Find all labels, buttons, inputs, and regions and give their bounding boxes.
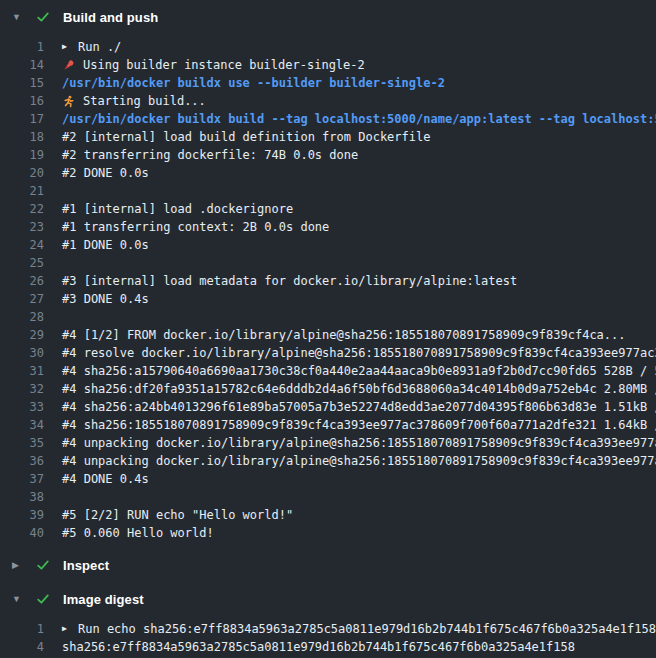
play-icon[interactable]: ▶ — [62, 620, 71, 638]
log-line: 38 — [0, 488, 656, 506]
line-number[interactable]: 30 — [0, 344, 44, 362]
log-line: 19#2 transferring dockerfile: 74B 0.0s d… — [0, 146, 656, 164]
line-number[interactable]: 31 — [0, 362, 44, 380]
line-number[interactable]: 1 — [0, 38, 44, 56]
step-title: Image digest — [63, 592, 144, 607]
line-number[interactable]: 21 — [0, 182, 44, 200]
line-number[interactable]: 33 — [0, 398, 44, 416]
line-number[interactable]: 1 — [0, 620, 44, 638]
chevron-down-icon[interactable]: ▼ — [12, 7, 22, 27]
log-line: 24#1 DONE 0.0s — [0, 236, 656, 254]
line-number[interactable]: 22 — [0, 200, 44, 218]
line-number[interactable]: 16 — [0, 92, 44, 110]
line-text: Run echo sha256:e7ff8834a5963a2785c5a081… — [78, 620, 656, 638]
log-line: 1▶Run ./ — [0, 38, 656, 56]
line-number[interactable]: 4 — [0, 638, 44, 656]
log-line: 31#4 sha256:a15790640a6690aa1730c38cf0a4… — [0, 362, 656, 380]
log-line: 37#4 DONE 0.4s — [0, 470, 656, 488]
log-section: ▶Inspect — [0, 548, 656, 582]
chevron-down-icon[interactable]: ▼ — [12, 589, 22, 609]
line-text: #3 [internal] load metadata for docker.i… — [62, 272, 517, 290]
line-text: Using builder instance builder-single-2 — [83, 56, 365, 74]
line-content: #1 [internal] load .dockerignore — [62, 200, 293, 218]
line-content: #4 resolve docker.io/library/alpine@sha2… — [62, 344, 656, 362]
line-content: #2 transferring dockerfile: 74B 0.0s don… — [62, 146, 358, 164]
log-line: 29#4 [1/2] FROM docker.io/library/alpine… — [0, 326, 656, 344]
line-text: #4 resolve docker.io/library/alpine@sha2… — [62, 344, 656, 362]
line-number[interactable]: 20 — [0, 164, 44, 182]
line-number[interactable]: 40 — [0, 524, 44, 542]
log-line: 36#4 unpacking docker.io/library/alpine@… — [0, 452, 656, 470]
line-text: #3 DONE 0.4s — [62, 290, 149, 308]
line-number[interactable]: 14 — [0, 56, 44, 74]
chevron-right-icon[interactable]: ▶ — [12, 555, 22, 575]
line-number[interactable]: 15 — [0, 74, 44, 92]
line-number[interactable]: 35 — [0, 434, 44, 452]
line-text: #4 sha256:a15790640a6690aa1730c38cf0a440… — [62, 362, 656, 380]
log-line: 30#4 resolve docker.io/library/alpine@sh… — [0, 344, 656, 362]
line-content: /usr/bin/docker buildx build --tag local… — [62, 110, 656, 128]
line-number[interactable]: 25 — [0, 254, 44, 272]
log-line: 17/usr/bin/docker buildx build --tag loc… — [0, 110, 656, 128]
line-content: #4 DONE 0.4s — [62, 470, 149, 488]
log-line: 14Using builder instance builder-single-… — [0, 56, 656, 74]
success-check-icon — [35, 557, 51, 573]
line-text: /usr/bin/docker buildx use --builder bui… — [62, 74, 445, 92]
line-content: #3 DONE 0.4s — [62, 290, 149, 308]
line-number[interactable]: 38 — [0, 488, 44, 506]
line-content: #1 DONE 0.0s — [62, 236, 149, 254]
log-section: ▼Image digest1▶Run echo sha256:e7ff8834a… — [0, 582, 656, 658]
log-line: 28 — [0, 308, 656, 326]
line-number[interactable]: 29 — [0, 326, 44, 344]
step-header[interactable]: ▶Inspect — [0, 548, 656, 582]
line-content: #4 unpacking docker.io/library/alpine@sh… — [62, 452, 656, 470]
line-content: sha256:e7ff8834a5963a2785c5a0811e979d16b… — [62, 638, 575, 656]
line-number[interactable]: 17 — [0, 110, 44, 128]
line-text: #4 unpacking docker.io/library/alpine@sh… — [62, 434, 656, 452]
line-number[interactable]: 36 — [0, 452, 44, 470]
line-text: #4 sha256:df20fa9351a15782c64e6dddb2d4a6… — [62, 380, 656, 398]
log-line: 4sha256:e7ff8834a5963a2785c5a0811e979d16… — [0, 638, 656, 656]
line-content: #5 0.060 Hello world! — [62, 524, 214, 542]
step-header[interactable]: ▼Build and push — [0, 0, 656, 34]
line-content: #4 sha256:a15790640a6690aa1730c38cf0a440… — [62, 362, 656, 380]
step-title: Build and push — [63, 10, 158, 25]
line-number[interactable]: 28 — [0, 308, 44, 326]
runner-icon — [62, 95, 75, 108]
line-text: #2 [internal] load build definition from… — [62, 128, 430, 146]
log-line: 25 — [0, 254, 656, 272]
log-line: 39#5 [2/2] RUN echo "Hello world!" — [0, 506, 656, 524]
play-icon[interactable]: ▶ — [62, 38, 71, 56]
log-line: 1▶Run echo sha256:e7ff8834a5963a2785c5a0… — [0, 620, 656, 638]
line-content: Starting build... — [62, 92, 206, 110]
log-line: 18#2 [internal] load build definition fr… — [0, 128, 656, 146]
log-line: 33#4 sha256:a24bb4013296f61e89ba57005a7b… — [0, 398, 656, 416]
line-text: #5 [2/2] RUN echo "Hello world!" — [62, 506, 293, 524]
step-header[interactable]: ▼Image digest — [0, 582, 656, 616]
line-text: #1 DONE 0.0s — [62, 236, 149, 254]
line-number[interactable]: 39 — [0, 506, 44, 524]
line-number[interactable]: 24 — [0, 236, 44, 254]
line-number[interactable]: 32 — [0, 380, 44, 398]
line-content: #1 transferring context: 2B 0.0s done — [62, 218, 329, 236]
line-number[interactable]: 18 — [0, 128, 44, 146]
workflow-log-panel: ▼Build and push1▶Run ./14Using builder i… — [0, 0, 656, 658]
line-text: #4 sha256:185518070891758909c9f839cf4ca3… — [62, 416, 656, 434]
line-number[interactable]: 34 — [0, 416, 44, 434]
line-content: #4 sha256:a24bb4013296f61e89ba57005a7b3e… — [62, 398, 656, 416]
line-number[interactable]: 26 — [0, 272, 44, 290]
log-line: 40#5 0.060 Hello world! — [0, 524, 656, 542]
log-lines-block: 1▶Run echo sha256:e7ff8834a5963a2785c5a0… — [0, 616, 656, 658]
log-section: ▼Build and push1▶Run ./14Using builder i… — [0, 0, 656, 548]
line-number[interactable]: 19 — [0, 146, 44, 164]
log-line: 27#3 DONE 0.4s — [0, 290, 656, 308]
line-number[interactable]: 37 — [0, 470, 44, 488]
line-content: #4 sha256:df20fa9351a15782c64e6dddb2d4a6… — [62, 380, 656, 398]
line-text: Starting build... — [83, 92, 206, 110]
log-line: 35#4 unpacking docker.io/library/alpine@… — [0, 434, 656, 452]
line-number[interactable]: 23 — [0, 218, 44, 236]
log-line: 22#1 [internal] load .dockerignore — [0, 200, 656, 218]
log-line: 34#4 sha256:185518070891758909c9f839cf4c… — [0, 416, 656, 434]
line-text: #4 unpacking docker.io/library/alpine@sh… — [62, 452, 656, 470]
line-number[interactable]: 27 — [0, 290, 44, 308]
